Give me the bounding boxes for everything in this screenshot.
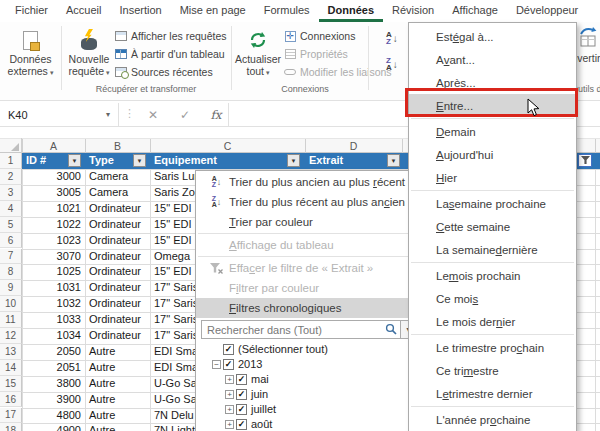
submenu-item-cette-semaine[interactable]: Cette semaine [409, 215, 576, 238]
tree-item-month-aout[interactable]: +✓août [196, 417, 420, 431]
cell-type[interactable]: Ordinateur [89, 329, 141, 341]
sources-recentes-button[interactable]: Sources récentes [114, 64, 213, 80]
expand-icon[interactable]: + [225, 375, 234, 384]
cell-id[interactable]: 4800 [26, 409, 81, 421]
cell-equipement[interactable]: EDI Sma [154, 361, 198, 373]
a-partir-tableau-button[interactable]: À partir d'un tableau [114, 46, 225, 62]
expand-icon[interactable]: + [225, 420, 234, 429]
checkbox-month-aout[interactable]: ✓ [236, 419, 247, 430]
enter-check-icon[interactable]: ✓ [172, 103, 198, 126]
submenu-item-annee-prochaine[interactable]: L'année prochaine [409, 408, 576, 431]
filter-dropdown-button[interactable]: ▼ [387, 154, 400, 167]
menu-item-filtrer-par-couleur[interactable]: Filtrer par couleur› [196, 278, 420, 298]
submenu-item-aujourdhui[interactable]: Aujourd'hui [409, 143, 576, 166]
cell-equipement[interactable]: 17" Saris [154, 297, 198, 309]
cell-id[interactable]: 3800 [26, 377, 81, 389]
menu-item-trier-par-couleur[interactable]: Trier par couleur› [196, 212, 420, 232]
cell-type[interactable]: Ordinateur [89, 297, 141, 309]
donnees-externes-button[interactable]: Données externes▾ [2, 24, 59, 96]
row-header-4[interactable]: 4 [0, 201, 22, 217]
cell-equipement[interactable]: 17" Saris [154, 313, 198, 325]
submenu-item-mois-prochain[interactable]: Le mois prochain [409, 264, 576, 287]
tab-affichage[interactable]: Affichage [443, 0, 507, 22]
cell-equipement[interactable]: 15" EDI [154, 202, 192, 214]
cell-type[interactable]: Ordinateur [89, 250, 141, 262]
cell-id[interactable]: 1025 [26, 265, 81, 277]
active-filter-funnel-button[interactable] [578, 154, 592, 167]
tab-données[interactable]: Données [319, 0, 383, 22]
name-box[interactable]: K40 ▾ [0, 103, 119, 126]
submenu-item-ce-trimestre[interactable]: Ce trimestre [409, 359, 576, 382]
tree-item-month-juillet[interactable]: +✓juillet [196, 402, 420, 417]
cell-type[interactable]: Autre [89, 361, 115, 373]
collapse-icon[interactable]: − [212, 360, 221, 369]
cell-id[interactable]: 4900 [26, 424, 81, 431]
cell-id[interactable]: 2051 [26, 361, 81, 373]
submenu-item-trimestre-dernier[interactable]: Le trimestre dernier [409, 382, 576, 405]
filter-dropdown-button[interactable]: ▼ [287, 154, 300, 167]
tab-révision[interactable]: Révision [383, 0, 443, 22]
cell-type[interactable]: Ordinateur [89, 313, 141, 325]
cancel-icon[interactable]: ✕ [140, 103, 166, 126]
row-header-14[interactable]: 14 [0, 360, 22, 376]
cell-id[interactable]: 1032 [26, 297, 81, 309]
cell-equipement[interactable]: 17" Saris [154, 281, 198, 293]
sort-descending-button[interactable]: ZA↓ [386, 54, 398, 74]
tab-insertion[interactable]: Insertion [110, 0, 170, 22]
sort-ascending-button[interactable]: AZ↓ [386, 28, 398, 48]
cell-id[interactable]: 3070 [26, 250, 81, 262]
cell-type[interactable]: Autre [89, 424, 115, 431]
row-header-10[interactable]: 10 [0, 296, 22, 312]
submenu-item-semaine-prochaine[interactable]: La semaine prochaine [409, 192, 576, 215]
cell-equipement[interactable]: EDI Sma [154, 345, 198, 357]
cell-type[interactable]: Camera [89, 170, 128, 182]
cell-equipement[interactable]: 7N Light [154, 424, 195, 431]
tab-mise-en-page[interactable]: Mise en page [171, 0, 255, 22]
cell-equipement[interactable]: Saris Lur [154, 170, 198, 182]
row-header-2[interactable]: 2 [0, 169, 22, 185]
cell-type[interactable]: Autre [89, 345, 115, 357]
cell-id[interactable]: 3005 [26, 186, 81, 198]
afficher-requetes-button[interactable]: Afficher les requêtes [114, 28, 227, 44]
menu-item-trier-recent-ancien[interactable]: ZA↓Trier du plus récent au plus ancien [196, 192, 420, 212]
row-header-5[interactable]: 5 [0, 217, 22, 233]
row-header-12[interactable]: 12 [0, 328, 22, 344]
submenu-item-avant[interactable]: Avant... [409, 48, 576, 71]
menu-item-effacer-filtre[interactable]: Effacer le filtre de « Extrait » [196, 258, 420, 278]
cell-id[interactable]: 1021 [26, 202, 81, 214]
checkbox-month-juillet[interactable]: ✓ [236, 404, 247, 415]
submenu-item-trimestre-prochain[interactable]: Le trimestre prochain [409, 336, 576, 359]
menu-item-trier-ancien-recent[interactable]: AZ↓Trier du plus ancien au plus récent [196, 172, 420, 192]
column-header-C[interactable]: C [150, 140, 305, 152]
cell-type[interactable]: Camera [89, 186, 128, 198]
cell-id[interactable]: 1022 [26, 218, 81, 230]
column-header-D[interactable]: D [305, 140, 402, 152]
submenu-item-ce-mois[interactable]: Ce mois [409, 287, 576, 310]
cell-equipement[interactable]: 15" EDI [154, 265, 192, 277]
cell-id[interactable]: 1033 [26, 313, 81, 325]
cell-type[interactable]: Autre [89, 393, 115, 405]
cell-type[interactable]: Autre [89, 409, 115, 421]
select-all-corner[interactable] [0, 138, 22, 153]
cell-id[interactable]: 3900 [26, 393, 81, 405]
cell-type[interactable]: Autre [89, 377, 115, 389]
cell-equipement[interactable]: U-Go Sa [154, 377, 197, 389]
submenu-item-est-egal-a[interactable]: Est égal à... [409, 25, 576, 48]
column-header-B[interactable]: B [85, 140, 150, 152]
cell-equipement[interactable]: 15" EDI [154, 218, 192, 230]
tree-item-month-juin[interactable]: +✓juin [196, 387, 420, 402]
checkbox-select-all[interactable]: ✓ [223, 344, 234, 355]
cell-id[interactable]: 1031 [26, 281, 81, 293]
proprietes-button[interactable]: Propriétés [283, 46, 348, 62]
row-header-11[interactable]: 11 [0, 312, 22, 328]
submenu-item-hier[interactable]: Hier [409, 166, 576, 189]
tree-item-month-mai[interactable]: +✓mai [196, 372, 420, 387]
cell-equipement[interactable]: Omega [154, 250, 190, 262]
cell-id[interactable]: 2050 [26, 345, 81, 357]
row-header-13[interactable]: 13 [0, 344, 22, 360]
expand-icon[interactable]: + [225, 390, 234, 399]
cell-equipement[interactable]: 17" Saris [154, 329, 198, 341]
cell-type[interactable]: Ordinateur [89, 281, 141, 293]
submenu-item-demain[interactable]: Demain [409, 120, 576, 143]
cell-id[interactable]: 1023 [26, 234, 81, 246]
